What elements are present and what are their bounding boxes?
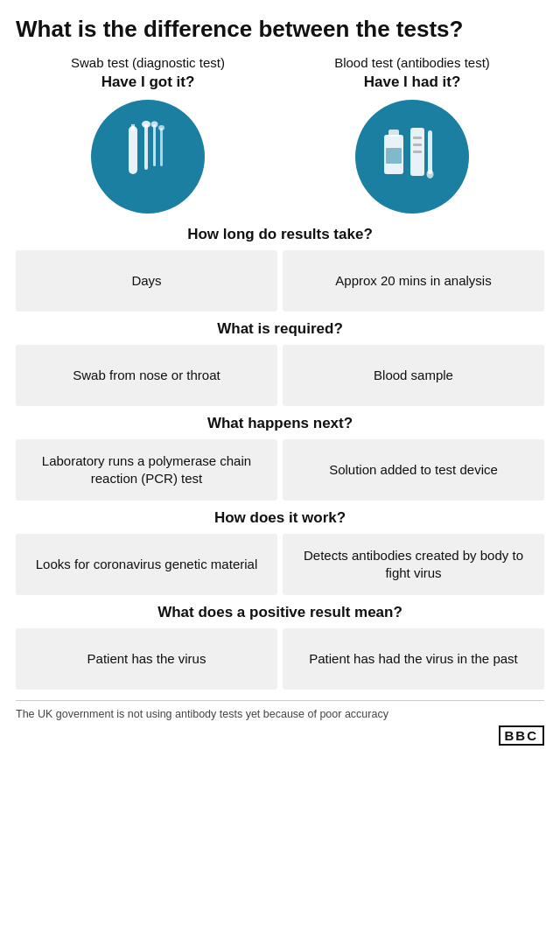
swab-svg [113,117,183,196]
row-cells-1: Swab from nose or throat Blood sample [16,345,544,406]
svg-rect-12 [413,137,422,139]
section-heading-0: How long do results take? [16,226,544,243]
section-heading-2: What happens next? [16,415,544,432]
swab-test-label: Swab test (diagnostic test) [21,55,275,70]
swab-test-header: Swab test (diagnostic test) Have I got i… [21,55,275,91]
svg-rect-1 [131,124,135,131]
footer-note: The UK government is not using antibody … [16,700,544,720]
main-container: What is the difference between the tests… [0,0,560,754]
svg-point-7 [158,125,164,130]
cell-2-left: Laboratory runs a polymerase chain react… [16,439,277,501]
section-heading-3: How does it work? [16,509,544,527]
test-headers: Swab test (diagnostic test) Have I got i… [16,55,544,91]
section-heading-1: What is required? [16,320,544,338]
svg-rect-13 [413,144,422,146]
blood-test-icon [355,100,469,214]
cell-1-left: Swab from nose or throat [16,345,277,406]
row-cells-3: Looks for coronavirus genetic material D… [16,534,544,595]
svg-point-3 [142,121,150,128]
svg-rect-14 [413,151,422,153]
cell-4-right: Patient has had the virus in the past [283,628,544,690]
blood-test-label: Blood test (antibodies test) [285,55,539,70]
bbc-logo-text: BBC [499,725,545,746]
cell-2-right: Solution added to test device [283,439,544,501]
svg-point-5 [151,122,158,128]
cell-0-right: Approx 20 mins in analysis [283,250,544,312]
svg-rect-4 [153,124,156,166]
row-cells-0: Days Approx 20 mins in analysis [16,250,544,312]
section-heading-4: What does a positive result mean? [16,604,544,621]
blood-test-header: Blood test (antibodies test) Have I had … [285,55,539,91]
svg-rect-9 [388,130,399,137]
svg-point-16 [426,170,433,179]
svg-rect-10 [386,148,402,164]
circles-row [16,100,544,214]
main-title: What is the difference between the tests… [16,16,544,43]
cell-4-left: Patient has the virus [16,628,277,690]
cell-0-left: Days [16,250,277,312]
bbc-logo: BBC [16,725,544,746]
svg-rect-6 [160,128,163,166]
svg-rect-2 [144,124,148,170]
row-cells-4: Patient has the virus Patient has had th… [16,628,544,690]
svg-rect-0 [129,126,137,174]
cell-3-left: Looks for coronavirus genetic material [16,534,277,595]
blood-svg [375,117,450,196]
row-cells-2: Laboratory runs a polymerase chain react… [16,439,544,501]
sections-container: How long do results take? Days Approx 20… [16,226,544,690]
blood-test-question: Have I had it? [285,74,539,91]
swab-test-question: Have I got it? [21,74,275,91]
cell-3-right: Detects antibodies created by body to fi… [283,534,544,595]
swab-test-icon [91,100,205,214]
svg-rect-15 [428,130,432,174]
cell-1-right: Blood sample [283,345,544,406]
